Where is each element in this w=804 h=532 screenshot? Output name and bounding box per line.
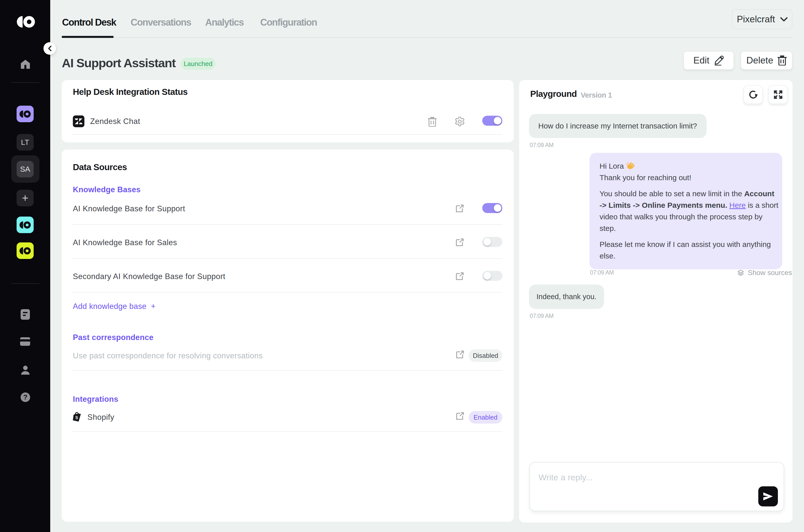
svg-text:S: S [75, 416, 78, 420]
